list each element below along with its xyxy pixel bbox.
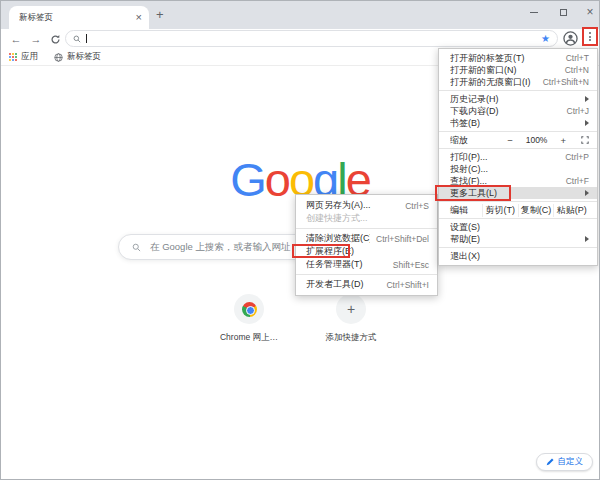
zoom-out-button[interactable]: − [507, 135, 513, 146]
menu-item-shortcut: Ctrl+J [567, 106, 589, 116]
menu-separator [439, 201, 597, 202]
menu-item-settings[interactable]: 设置(S) [439, 221, 597, 233]
browser-menu-button[interactable] [582, 27, 598, 46]
add-shortcut-tile[interactable]: + 添加快捷方式 [313, 294, 389, 344]
shortcut-label: 添加快捷方式 [326, 332, 377, 344]
address-bar[interactable]: ★ [65, 30, 558, 47]
tab-title: 新标签页 [19, 12, 136, 24]
cut-button[interactable]: 剪切(T) [482, 204, 518, 217]
submenu-arrow-icon [585, 120, 589, 126]
menu-item-new-incognito-window[interactable]: 打开新的无痕窗口(I)Ctrl+Shift+N [439, 76, 597, 88]
menu-item-shortcut: Ctrl+Shift+I [386, 280, 429, 290]
minimize-icon [530, 12, 538, 13]
reload-button[interactable] [48, 32, 62, 46]
menu-item-label: 任务管理器(T) [306, 258, 387, 271]
menu-item-task-manager[interactable]: 任务管理器(T)Shift+Esc [296, 258, 437, 271]
menu-item-developer-tools[interactable]: 开发者工具(D)Ctrl+Shift+I [296, 278, 437, 291]
logo-letter: G [230, 153, 265, 206]
menu-item-edit[interactable]: 编辑剪切(T)复制(C)粘贴(P) [439, 204, 597, 216]
menu-item-extensions[interactable]: 扩展程序(E) [296, 245, 437, 258]
menu-item-save-page-as[interactable]: 网页另存为(A)...Ctrl+S [296, 199, 437, 212]
menu-item-label: 书签(B) [450, 117, 581, 130]
browser-menu: 打开新的标签页(T)Ctrl+T打开新的窗口(N)Ctrl+N打开新的无痕窗口(… [438, 48, 598, 266]
menu-item-downloads[interactable]: 下载内容(D)Ctrl+J [439, 105, 597, 117]
profile-avatar-button[interactable] [562, 30, 579, 47]
fullscreen-icon[interactable] [581, 136, 589, 144]
menu-separator [439, 131, 597, 132]
menu-item-history[interactable]: 历史记录(H) [439, 93, 597, 105]
bookmark-label: 新标签页 [67, 51, 101, 63]
menu-item-shortcut: Shift+Esc [393, 260, 429, 270]
new-tab-button[interactable]: + [156, 8, 164, 21]
back-button[interactable]: ← [9, 32, 23, 46]
menu-item-shortcut: Ctrl+Shift+N [543, 77, 589, 87]
menu-separator [439, 218, 597, 219]
submenu-arrow-icon [585, 96, 589, 102]
menu-item-label: 打开新的无痕窗口(I) [450, 76, 537, 89]
menu-item-label: 扩展程序(E) [306, 245, 429, 258]
reload-icon [50, 34, 61, 45]
menu-separator [296, 274, 437, 275]
menu-dots-icon [589, 32, 591, 34]
maximize-button[interactable] [550, 1, 576, 23]
menu-item-shortcut: Ctrl+T [566, 53, 589, 63]
menu-item-label: 帮助(E) [450, 233, 581, 246]
bookmark-star-icon[interactable]: ★ [541, 34, 550, 44]
bookmark-apps[interactable]: 应用 [9, 51, 38, 63]
shortcut-label: Chrome 网上… [220, 332, 278, 344]
tab-close-icon[interactable]: × [136, 12, 142, 23]
zoom-in-button[interactable]: + [560, 135, 566, 146]
menu-item-new-tab[interactable]: 打开新的标签页(T)Ctrl+T [439, 52, 597, 64]
edit-label: 编辑 [450, 204, 482, 217]
menu-item-shortcut: Ctrl+Shift+Del [376, 234, 429, 244]
copy-button[interactable]: 复制(C) [518, 204, 554, 217]
menu-item-more-tools[interactable]: 更多工具(L) [439, 187, 597, 199]
avatar-icon [563, 31, 578, 46]
submenu-arrow-icon [585, 190, 589, 196]
globe-icon [54, 53, 63, 62]
menu-item-label: 开发者工具(D) [306, 278, 380, 291]
tab-strip: 新标签页 × + × [1, 1, 599, 29]
apps-grid-icon [9, 53, 17, 61]
forward-button[interactable]: → [29, 32, 43, 46]
menu-item-label: 网页另存为(A)... [306, 199, 399, 212]
menu-item-label: 退出(X) [450, 250, 589, 263]
menu-item-find[interactable]: 查找(F)...Ctrl+F [439, 175, 597, 187]
menu-item-zoom[interactable]: 缩放−100%+ [439, 134, 597, 146]
menu-separator [439, 247, 597, 248]
tab-new-tab-page[interactable]: 新标签页 × [9, 6, 149, 29]
menu-item-cast[interactable]: 投射(C)... [439, 163, 597, 175]
submenu-arrow-icon [585, 236, 589, 242]
menu-item-clear-browsing-data[interactable]: 清除浏览数据(C)...Ctrl+Shift+Del [296, 232, 437, 245]
logo-letter: o [265, 153, 289, 206]
window-close-button[interactable]: × [577, 1, 600, 23]
menu-separator [439, 148, 597, 149]
zoom-level-value: 100% [526, 135, 548, 145]
menu-item-new-window[interactable]: 打开新的窗口(N)Ctrl+N [439, 64, 597, 76]
toolbar: ← → ★ [1, 29, 599, 49]
menu-item-bookmarks[interactable]: 书签(B) [439, 117, 597, 129]
menu-item-label: 更多工具(L) [450, 187, 581, 200]
browser-window: 新标签页 × + × ← → ★ 应用 新标签 [0, 0, 600, 480]
customize-button[interactable]: 自定义 [536, 453, 594, 471]
menu-item-label: 缩放 [450, 134, 507, 147]
menu-item-shortcut: Ctrl+N [565, 65, 589, 75]
menu-item-shortcut: Ctrl+P [565, 152, 589, 162]
minimize-button[interactable] [521, 1, 547, 23]
menu-item-label: 清除浏览数据(C)... [306, 232, 370, 245]
menu-item-exit[interactable]: 退出(X) [439, 250, 597, 262]
menu-separator [296, 228, 437, 229]
bookmark-label: 应用 [21, 51, 38, 63]
search-icon [73, 35, 81, 43]
chrome-webstore-shortcut[interactable]: Chrome 网上… [211, 294, 287, 344]
bookmark-new-tab-page[interactable]: 新标签页 [54, 51, 101, 63]
text-cursor [86, 34, 87, 43]
search-placeholder: 在 Google 上搜索，或者输入网址 [150, 241, 290, 254]
shortcut-tiles: Chrome 网上… + 添加快捷方式 [1, 294, 599, 344]
menu-item-help[interactable]: 帮助(E) [439, 233, 597, 245]
paste-button[interactable]: 粘贴(P) [553, 204, 589, 217]
plus-icon: + [347, 302, 355, 316]
menu-item-print[interactable]: 打印(P)...Ctrl+P [439, 151, 597, 163]
pencil-icon [546, 458, 554, 466]
menu-item-create-shortcut[interactable]: 创建快捷方式... [296, 212, 437, 225]
